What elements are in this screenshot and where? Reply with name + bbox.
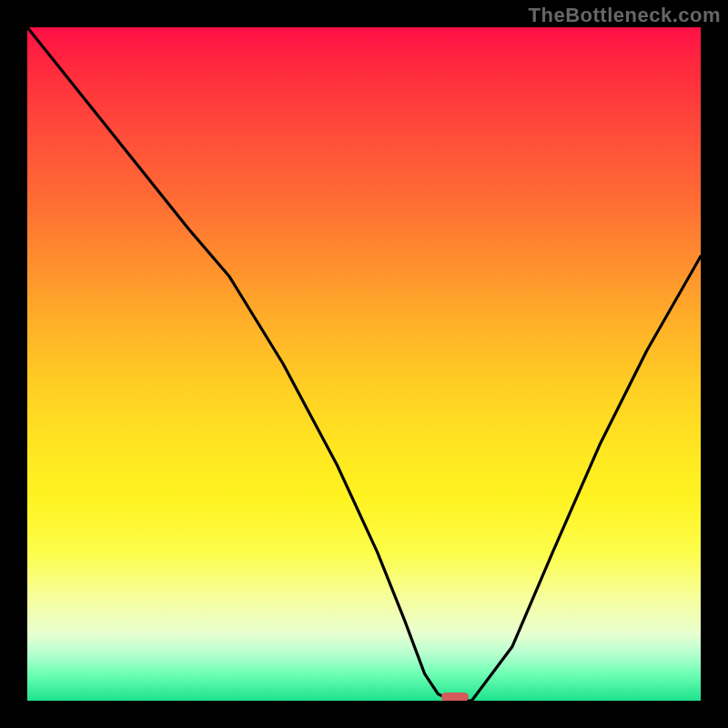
chart-frame: TheBottleneck.com — [0, 0, 728, 728]
optimal-marker — [441, 693, 469, 701]
watermark-text: TheBottleneck.com — [529, 4, 721, 27]
bottleneck-curve — [27, 27, 701, 701]
plot-area — [27, 27, 701, 701]
curve-svg — [27, 27, 701, 701]
